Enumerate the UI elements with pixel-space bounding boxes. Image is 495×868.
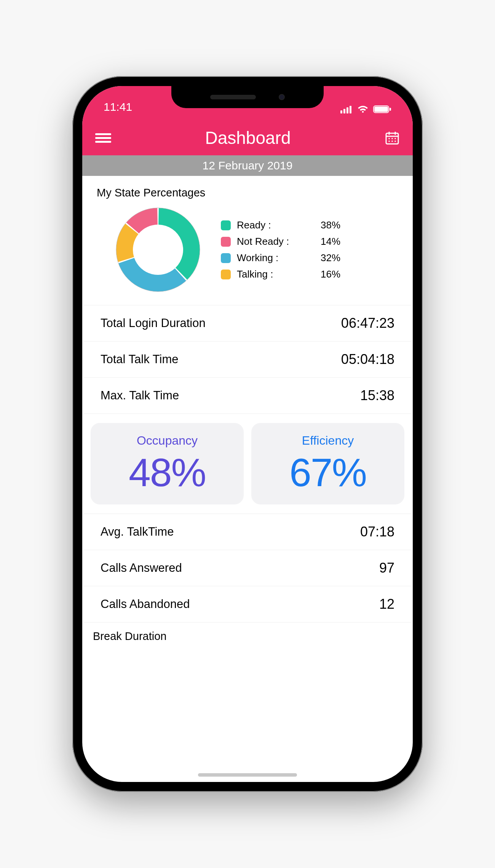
metric-row: Calls Answered97 xyxy=(84,550,411,586)
svg-point-16 xyxy=(394,140,396,142)
chart-legend: Ready :38%Not Ready :14%Working :32%Talk… xyxy=(221,217,398,282)
front-camera xyxy=(279,94,285,100)
legend-swatch xyxy=(221,270,231,279)
svg-rect-6 xyxy=(390,108,391,111)
efficiency-card: Efficiency 67% xyxy=(251,423,404,504)
metric-row: Max. Talk Time15:38 xyxy=(84,378,411,414)
wifi-icon xyxy=(357,105,369,113)
legend-row: Working :32% xyxy=(221,250,398,266)
legend-label: Not Ready : xyxy=(237,236,302,247)
metric-row: Avg. TalkTime07:18 xyxy=(84,514,411,550)
occupancy-title: Occupancy xyxy=(95,434,239,448)
legend-value: 32% xyxy=(321,252,340,264)
metric-value: 06:47:23 xyxy=(341,315,394,331)
svg-rect-1 xyxy=(343,109,345,113)
clock: 11:41 xyxy=(104,101,132,113)
legend-row: Talking :16% xyxy=(221,266,398,282)
svg-rect-5 xyxy=(374,107,388,112)
svg-rect-0 xyxy=(340,110,342,113)
home-indicator[interactable] xyxy=(198,773,297,777)
page-title: Dashboard xyxy=(111,128,385,148)
donut-slice-ready xyxy=(158,208,200,280)
screen: 11:41 Dashboard 12 Februar xyxy=(82,86,413,782)
metric-label: Calls Abandoned xyxy=(101,597,190,611)
speaker-slot xyxy=(210,95,256,99)
menu-icon[interactable] xyxy=(95,131,111,145)
legend-label: Working : xyxy=(237,252,302,264)
efficiency-value: 67% xyxy=(256,450,400,495)
svg-point-12 xyxy=(391,138,393,139)
cards-row: Occupancy 48% Efficiency 67% xyxy=(84,414,411,514)
metric-row: Calls Abandoned12 xyxy=(84,586,411,622)
efficiency-title: Efficiency xyxy=(256,434,400,448)
metric-label: Avg. TalkTime xyxy=(101,525,174,539)
legend-row: Not Ready :14% xyxy=(221,233,398,250)
legend-label: Talking : xyxy=(237,268,302,280)
metric-label: Calls Answered xyxy=(101,561,182,575)
metric-row: Total Login Duration06:47:23 xyxy=(84,305,411,341)
svg-rect-3 xyxy=(350,106,351,113)
metric-value: 15:38 xyxy=(360,388,394,404)
legend-swatch xyxy=(221,237,231,247)
notch xyxy=(171,86,324,108)
dashboard-content[interactable]: My State Percentages Ready :38%Not Ready… xyxy=(82,176,413,782)
metric-value: 07:18 xyxy=(360,524,394,540)
legend-value: 38% xyxy=(321,219,340,231)
metric-label: Total Login Duration xyxy=(101,316,206,330)
metric-value: 12 xyxy=(379,596,394,612)
metric-label: Max. Talk Time xyxy=(101,389,179,402)
break-duration-title: Break Duration xyxy=(84,622,411,643)
legend-value: 14% xyxy=(321,236,340,247)
metric-row: Total Talk Time05:04:18 xyxy=(84,341,411,378)
metric-label: Total Talk Time xyxy=(101,353,178,366)
metric-value: 05:04:18 xyxy=(341,351,394,367)
app-header: Dashboard xyxy=(82,120,413,155)
calendar-icon[interactable] xyxy=(385,130,400,145)
legend-swatch xyxy=(221,220,231,230)
battery-icon xyxy=(373,105,391,113)
state-percentages-row: Ready :38%Not Ready :14%Working :32%Talk… xyxy=(84,206,411,305)
occupancy-card: Occupancy 48% xyxy=(91,423,244,504)
svg-rect-2 xyxy=(346,107,348,113)
date-bar: 12 February 2019 xyxy=(82,155,413,176)
donut-slice-working xyxy=(118,258,186,292)
legend-value: 16% xyxy=(321,268,340,280)
svg-point-14 xyxy=(388,140,390,142)
legend-label: Ready : xyxy=(237,219,302,231)
state-percentages-title: My State Percentages xyxy=(84,176,411,206)
status-icons xyxy=(340,105,391,113)
metric-value: 97 xyxy=(379,560,394,576)
donut-chart xyxy=(114,206,202,294)
metrics-top-list: Total Login Duration06:47:23Total Talk T… xyxy=(84,305,411,414)
phone-frame: 11:41 Dashboard 12 Februar xyxy=(72,76,423,792)
occupancy-value: 48% xyxy=(95,450,239,495)
legend-row: Ready :38% xyxy=(221,217,398,233)
cellular-icon xyxy=(340,105,353,113)
svg-point-13 xyxy=(394,138,396,139)
metrics-bottom-list: Avg. TalkTime07:18Calls Answered97Calls … xyxy=(84,514,411,622)
legend-swatch xyxy=(221,253,231,263)
svg-point-15 xyxy=(391,140,393,142)
svg-point-11 xyxy=(388,138,390,139)
